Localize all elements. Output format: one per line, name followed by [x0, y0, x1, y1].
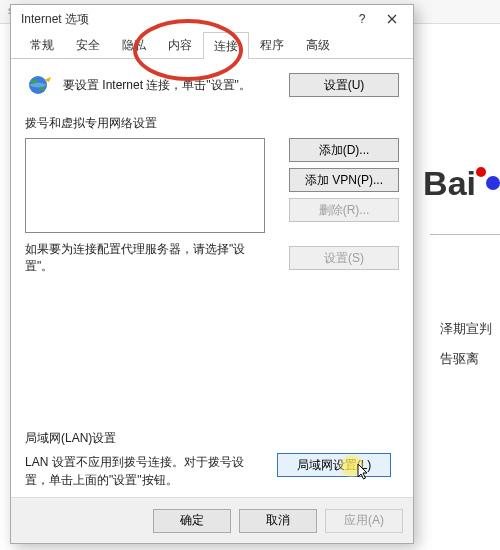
tab-privacy[interactable]: 隐私 — [111, 31, 157, 58]
remove-button: 删除(R)... — [289, 198, 399, 222]
dialog-titlebar: Internet 选项 ? — [11, 5, 413, 33]
help-button[interactable]: ? — [347, 9, 377, 29]
news-line-1[interactable]: 泽期宣判 — [440, 314, 500, 344]
search-underline — [430, 234, 500, 235]
baidu-logo: Bai — [423, 164, 500, 203]
add-vpn-button[interactable]: 添加 VPN(P)... — [289, 168, 399, 192]
dialup-settings-button: 设置(S) — [289, 246, 399, 270]
setup-button[interactable]: 设置(U) — [289, 73, 399, 97]
dialog-footer: 确定 取消 应用(A) — [11, 497, 413, 543]
globe-icon — [25, 71, 53, 99]
close-button[interactable] — [377, 9, 407, 29]
ok-button[interactable]: 确定 — [153, 509, 231, 533]
logo-blue-dot — [486, 176, 500, 190]
dialog-title: Internet 选项 — [21, 11, 347, 28]
tab-advanced[interactable]: 高级 — [295, 31, 341, 58]
tab-programs[interactable]: 程序 — [249, 31, 295, 58]
news-snippets: 泽期宣判 告驱离 — [440, 314, 500, 374]
lan-section-label: 局域网(LAN)设置 — [25, 430, 399, 447]
tab-general[interactable]: 常规 — [19, 31, 65, 58]
setup-instruction: 要设置 Internet 连接，单击"设置"。 — [63, 77, 279, 94]
internet-options-dialog: Internet 选项 ? 常规 安全 隐私 内容 连接 程序 高级 — [10, 4, 414, 544]
dialup-listbox[interactable] — [25, 138, 265, 233]
tab-connections[interactable]: 连接 — [203, 32, 249, 59]
tab-content-area: 要设置 Internet 连接，单击"设置"。 设置(U) 拨号和虚拟专用网络设… — [11, 59, 413, 497]
close-icon — [387, 14, 397, 24]
add-button[interactable]: 添加(D)... — [289, 138, 399, 162]
lan-section: 局域网(LAN)设置 LAN 设置不应用到拨号连接。对于拨号设置，单击上面的"设… — [25, 426, 399, 489]
lan-settings-button[interactable]: 局域网设置(L) — [277, 453, 391, 477]
apply-button: 应用(A) — [325, 509, 403, 533]
setup-row: 要设置 Internet 连接，单击"设置"。 设置(U) — [25, 71, 399, 99]
logo-red-dot — [476, 167, 486, 177]
dialup-hint: 如果要为连接配置代理服务器，请选择"设置"。 — [25, 241, 273, 275]
news-line-2[interactable]: 告驱离 — [440, 344, 500, 374]
tab-content[interactable]: 内容 — [157, 31, 203, 58]
tab-security[interactable]: 安全 — [65, 31, 111, 58]
tab-row: 常规 安全 隐私 内容 连接 程序 高级 — [11, 33, 413, 59]
dialup-section-label: 拨号和虚拟专用网络设置 — [25, 115, 399, 132]
cancel-button[interactable]: 取消 — [239, 509, 317, 533]
lan-description: LAN 设置不应用到拨号连接。对于拨号设置，单击上面的"设置"按钮。 — [25, 453, 263, 489]
